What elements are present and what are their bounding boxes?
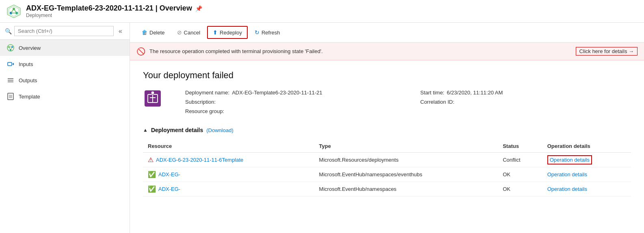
status-cell-3: OK — [498, 182, 542, 197]
sidebar-item-outputs[interactable]: Outputs — [0, 72, 130, 88]
inputs-icon — [6, 60, 15, 68]
info-correlation-id: Correlation ID: — [420, 98, 631, 107]
cancel-icon: ⊘ — [177, 29, 182, 36]
operation-details-link-1[interactable]: Operation details — [547, 155, 592, 165]
delete-icon: 🗑 — [142, 29, 147, 36]
operation-details-link-3[interactable]: Operation details — [547, 186, 587, 192]
header-title-group: ADX-EG-Template6-23-2020-11-11-21 | Over… — [26, 4, 202, 18]
sidebar-item-template[interactable]: Template — [0, 88, 130, 105]
sidebar: 🔍 « Overview — [0, 23, 130, 233]
type-cell-1: Microsoft.Resources/deployments — [314, 153, 498, 167]
refresh-icon: ↻ — [255, 29, 259, 36]
deployment-failed-title: Your deployment failed — [143, 70, 631, 81]
info-subscription: Subscription: — [185, 98, 396, 107]
cancel-label: Cancel — [184, 30, 200, 36]
redeploy-button[interactable]: ⬆ Redeploy — [207, 26, 248, 39]
page-title: ADX-EG-Template6-23-2020-11-11-21 | Over… — [26, 4, 202, 13]
details-header: ▲ Deployment details (Download) — [143, 127, 631, 133]
delete-label: Delete — [149, 30, 165, 36]
table-row: ✅ ADX-EG- Microsoft.EventHub/namespaces/… — [143, 167, 631, 182]
details-title: Deployment details — [151, 127, 203, 133]
info-start-time: Start time: 6/23/2020, 11:11:20 AM — [420, 89, 631, 97]
sidebar-item-overview-label: Overview — [19, 45, 41, 51]
sidebar-item-inputs-label: Inputs — [19, 61, 33, 67]
outputs-icon — [6, 76, 15, 84]
delete-button[interactable]: 🗑 Delete — [136, 26, 170, 38]
deployment-table: Resource Type Status Operation details ⚠… — [143, 140, 631, 197]
sidebar-item-template-label: Template — [19, 94, 40, 100]
status-cell-1: Conflict — [498, 153, 542, 167]
search-bar: 🔍 « — [0, 23, 130, 40]
cancel-button[interactable]: ⊘ Cancel — [172, 26, 205, 38]
error-details-link[interactable]: Click here for details → — [576, 47, 638, 56]
ok-status-icon-2: ✅ — [148, 171, 156, 178]
chevron-up-icon: ▲ — [143, 127, 148, 133]
type-cell-3: Microsoft.EventHub/namespaces — [314, 182, 498, 197]
refresh-label: Refresh — [261, 30, 280, 36]
resource-link-1[interactable]: ADX-EG-6-23-2020-11-11-6Template — [156, 157, 243, 163]
error-status-icon-1: ⚠ — [148, 156, 153, 164]
col-status: Status — [498, 140, 542, 153]
sidebar-item-inputs[interactable]: Inputs — [0, 56, 130, 72]
status-cell-2: OK — [498, 167, 542, 182]
col-type: Type — [314, 140, 498, 153]
main-layout: 🔍 « Overview — [0, 23, 644, 233]
op-details-cell-3: Operation details — [542, 182, 631, 197]
page-header: ADX-EG-Template6-23-2020-11-11-21 | Over… — [0, 0, 644, 23]
resource-cell-3: ✅ ADX-EG- — [143, 182, 314, 197]
resource-link-2[interactable]: ADX-EG- — [158, 171, 180, 177]
toolbar: 🗑 Delete ⊘ Cancel ⬆ Redeploy ↻ Refresh — [130, 23, 644, 43]
svg-line-13 — [9, 47, 11, 50]
app-logo — [6, 4, 21, 19]
error-circle-icon: 🚫 — [136, 47, 145, 56]
resource-link-3[interactable]: ADX-EG- — [158, 186, 180, 192]
op-details-cell-1: Operation details — [542, 153, 631, 167]
ok-status-icon-3: ✅ — [148, 185, 156, 193]
refresh-button[interactable]: ↻ Refresh — [249, 26, 285, 38]
info-deployment-name: Deployment name: ADX-EG-Template6-23-202… — [185, 89, 396, 97]
table-row: ⚠ ADX-EG-6-23-2020-11-11-6Template Micro… — [143, 153, 631, 167]
download-link[interactable]: (Download) — [206, 127, 233, 133]
redeploy-label: Redeploy — [220, 30, 242, 36]
col-operation-details: Operation details — [542, 140, 631, 153]
overview-icon — [6, 44, 15, 52]
resource-cell-2: ✅ ADX-EG- — [143, 167, 314, 182]
sidebar-item-outputs-label: Outputs — [19, 77, 37, 83]
svg-rect-15 — [8, 62, 12, 66]
redeploy-icon: ⬆ — [213, 29, 218, 36]
col-resource: Resource — [143, 140, 314, 153]
search-input[interactable] — [14, 26, 114, 36]
table-row: ✅ ADX-EG- Microsoft.EventHub/namespaces … — [143, 182, 631, 197]
page-subtitle: Deployment — [26, 13, 202, 18]
deployment-content: Your deployment failed Deployment name: … — [130, 60, 644, 233]
type-cell-2: Microsoft.EventHub/namespaces/eventhubs — [314, 167, 498, 182]
deployment-info: Deployment name: ADX-EG-Template6-23-202… — [143, 89, 631, 115]
info-grid: Deployment name: ADX-EG-Template6-23-202… — [185, 89, 631, 115]
nav-items: Overview Inputs — [0, 40, 130, 105]
pin-icon[interactable]: 📌 — [195, 5, 202, 12]
error-banner: 🚫 The resource operation completed with … — [130, 43, 644, 60]
search-icon: 🔍 — [5, 28, 12, 34]
resource-cell-1: ⚠ ADX-EG-6-23-2020-11-11-6Template — [143, 153, 314, 167]
collapse-button[interactable]: « — [116, 27, 125, 36]
svg-marker-16 — [12, 63, 14, 65]
op-details-cell-2: Operation details — [542, 167, 631, 182]
info-resource-group: Resource group: — [185, 107, 396, 116]
title-text: ADX-EG-Template6-23-2020-11-11-21 | Over… — [26, 4, 192, 13]
template-icon — [6, 92, 15, 100]
operation-details-link-2[interactable]: Operation details — [547, 171, 587, 177]
error-message: The resource operation completed with te… — [149, 48, 572, 54]
sidebar-item-overview[interactable]: Overview — [0, 40, 130, 56]
deployment-icon — [143, 89, 162, 108]
svg-point-28 — [151, 91, 154, 94]
svg-line-14 — [11, 47, 12, 50]
content-area: 🗑 Delete ⊘ Cancel ⬆ Redeploy ↻ Refresh 🚫… — [130, 23, 644, 233]
